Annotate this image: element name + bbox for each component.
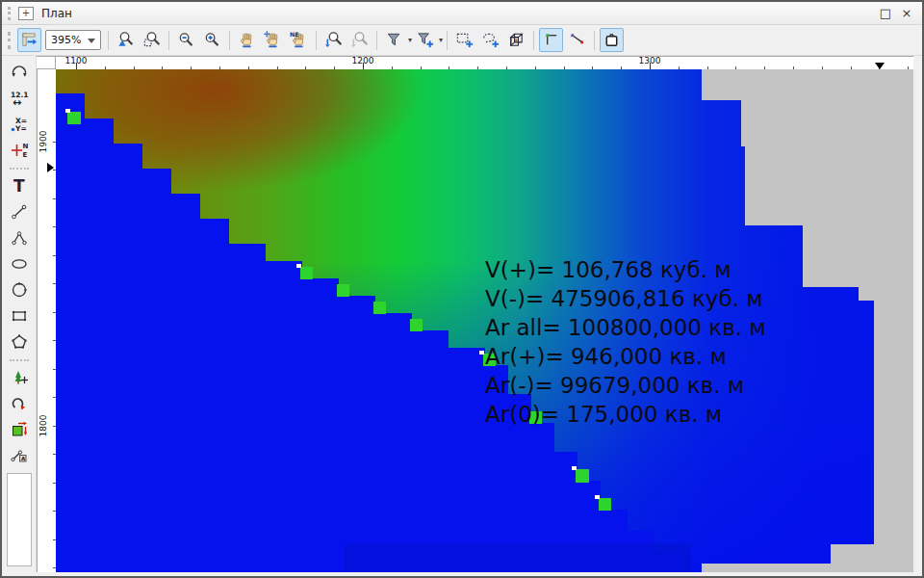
- clipboard-object-button[interactable]: [600, 28, 624, 52]
- pan-hand-move-icon: [264, 31, 282, 49]
- area-zero: Ar(0)= 175,000 кв. м: [485, 400, 766, 429]
- pan-hand-icon: [238, 31, 256, 49]
- app-window: + План □ × 395%: [0, 0, 924, 578]
- origin-tool-icon: [20, 31, 38, 49]
- text-tool-icon: T: [10, 176, 29, 196]
- toolbar-separator: [10, 359, 29, 361]
- cube-3d-button[interactable]: [504, 28, 528, 52]
- zoom-extents-icon: [116, 31, 135, 49]
- area-all: Ar all= 100800,000 кв. м: [485, 313, 766, 342]
- tool-options-panel: [7, 473, 32, 566]
- line-label-tool[interactable]: A: [7, 443, 32, 468]
- titlebar: + План □ ×: [2, 2, 922, 25]
- toolbar-separator: [229, 31, 230, 50]
- vruler-label: 1800: [38, 415, 48, 437]
- snap-corner-icon: [542, 31, 560, 49]
- filter-add-button[interactable]: [413, 28, 437, 52]
- ellipse-tool[interactable]: [7, 251, 32, 276]
- measure-distance-icon: 12.1 ↔: [10, 89, 29, 108]
- toolbar-separator: [594, 31, 595, 50]
- vruler-label: 1900: [38, 131, 48, 153]
- zoom-previous-button[interactable]: [321, 28, 346, 52]
- point-coordinates-tool[interactable]: X= Y=: [7, 112, 32, 137]
- volume-negative: V(-)= 475906,816 куб. м: [485, 284, 766, 313]
- rectangle-tool[interactable]: [7, 303, 32, 328]
- north-east-icon: N E: [10, 141, 29, 160]
- polygon-icon: [10, 332, 29, 352]
- toolbar-separator: [533, 31, 534, 50]
- ruler-corner: [37, 56, 56, 69]
- maximize-button[interactable]: □: [878, 6, 893, 20]
- circle-icon: [10, 280, 29, 300]
- segment-icon: [10, 202, 29, 222]
- area-positive: Ar(+)= 946,000 кв. м: [485, 342, 766, 371]
- filter-add-dropdown-caret[interactable]: ▾: [439, 36, 443, 44]
- toolbar-separator: [447, 31, 448, 50]
- filter-button[interactable]: [382, 28, 406, 52]
- select-rect-add-button[interactable]: [452, 28, 476, 52]
- tab-add-button[interactable]: +: [18, 7, 34, 20]
- zoom-level-select[interactable]: 395%: [45, 30, 101, 50]
- origin-tool-button[interactable]: [17, 28, 41, 52]
- horizontal-ruler: 1100 1200 1300: [56, 56, 913, 69]
- zoom-previous-icon: [324, 31, 343, 49]
- select-rect-add-icon: [455, 31, 474, 49]
- rotate-arc-icon: [10, 63, 29, 82]
- titlebar-grip[interactable]: [8, 7, 11, 20]
- uturn-arrow-icon: [10, 394, 29, 413]
- zoom-next-button[interactable]: [347, 28, 372, 52]
- ellipse-icon: [10, 254, 29, 274]
- toolbar-separator: [316, 31, 317, 50]
- toolbar-separator: [10, 168, 29, 170]
- pan-hand-ne-icon: NE: [290, 31, 308, 49]
- tree-point-icon: [10, 368, 29, 387]
- cube-3d-icon: [507, 31, 526, 49]
- measure-distance-tool[interactable]: 12.1 ↔: [7, 86, 32, 111]
- circle-tool[interactable]: [7, 277, 32, 302]
- zoom-next-icon: [350, 31, 369, 49]
- snap-corner-button[interactable]: [539, 28, 563, 52]
- svg-text:↔: ↔: [13, 96, 21, 108]
- hruler-major-tick: [650, 63, 651, 69]
- zoom-level-value: 395%: [51, 34, 81, 46]
- fill-cell-icon: [10, 420, 29, 439]
- zoom-out-button[interactable]: [174, 28, 198, 52]
- zoom-in-icon: [203, 31, 221, 49]
- cursor-position-marker-x: [875, 63, 885, 69]
- polygon-tool[interactable]: [7, 329, 32, 355]
- filter-dropdown-caret[interactable]: ▾: [408, 36, 412, 44]
- pan-hand-move-button[interactable]: [261, 28, 285, 52]
- polyline-icon: [10, 228, 29, 248]
- hruler-major-tick: [76, 63, 77, 69]
- toolbar-grip[interactable]: [8, 32, 11, 49]
- window-right-margin: [913, 56, 922, 578]
- uturn-arrow-tool[interactable]: [7, 391, 32, 416]
- select-lasso-add-button[interactable]: [478, 28, 502, 52]
- drawing-toolbar: 12.1 ↔ X= Y= N E T: [2, 56, 37, 574]
- text-tool[interactable]: T: [7, 173, 32, 198]
- snap-line-button[interactable]: [565, 28, 589, 52]
- segment-tool[interactable]: [7, 199, 32, 224]
- zoom-in-button[interactable]: [200, 28, 224, 52]
- close-button[interactable]: ×: [899, 6, 914, 20]
- toolbar-separator: [108, 31, 109, 50]
- fill-cell-tool[interactable]: [7, 417, 32, 442]
- zoom-extents-button[interactable]: [114, 28, 138, 52]
- window-bottom-margin: [2, 572, 922, 578]
- plan-canvas[interactable]: V(+)= 106,768 куб. м V(-)= 475906,816 ку…: [56, 69, 913, 572]
- cursor-position-marker-y: [47, 163, 54, 172]
- point-coordinates-icon: X= Y=: [10, 115, 29, 134]
- svg-text:Y=: Y=: [14, 124, 27, 133]
- tree-point-tool[interactable]: [7, 365, 32, 390]
- zoom-out-icon: [177, 31, 195, 49]
- tab-title: План: [41, 7, 72, 20]
- pan-hand-button[interactable]: [235, 28, 259, 52]
- filter-icon: [385, 31, 403, 49]
- north-east-tool[interactable]: N E: [7, 138, 32, 163]
- pan-hand-ne-button[interactable]: NE: [287, 28, 311, 52]
- polyline-tool[interactable]: [7, 225, 32, 250]
- zoom-window-button[interactable]: [140, 28, 164, 52]
- measurement-results: V(+)= 106,768 куб. м V(-)= 475906,816 ку…: [485, 255, 766, 429]
- zoom-window-icon: [142, 31, 161, 49]
- rotate-arc-tool[interactable]: [7, 60, 32, 85]
